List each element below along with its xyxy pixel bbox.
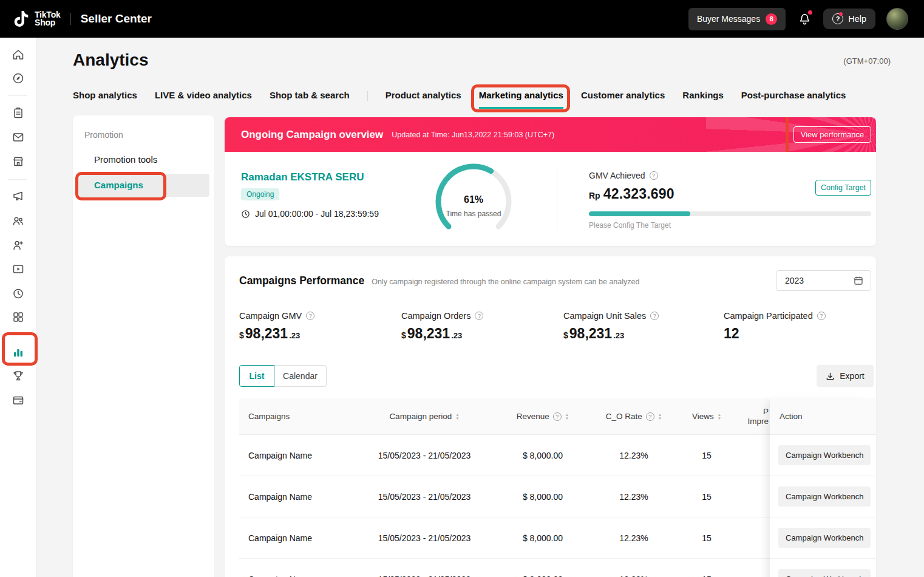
sort-icon[interactable]: ▲▼ (455, 413, 459, 420)
campaign-name[interactable]: Ramadan EKSTRA SERU (241, 171, 364, 183)
clipboard-icon (12, 106, 25, 120)
tab-customer-analytics[interactable]: Customer analytics (581, 90, 665, 109)
cell-views: 15 (676, 575, 737, 577)
sidebar-item-customers[interactable] (12, 239, 25, 252)
vertical-divider (557, 170, 557, 229)
header-action: Action (770, 398, 876, 435)
sidebar-item-marketing[interactable] (12, 189, 25, 203)
icon-sidebar (0, 38, 36, 577)
metric-campaign-gmv: Campaign GMV? $98,231.23 (239, 311, 314, 342)
metric-label: Campaign Unit Sales (563, 311, 646, 321)
sidebar-item-orders[interactable] (12, 106, 25, 120)
metric-campaign-participated: Campaign Participated? 12 (724, 311, 826, 342)
tab-shop-analytics[interactable]: Shop analytics (73, 90, 137, 109)
rail-divider (8, 95, 27, 96)
config-target-button[interactable]: Config Target (815, 180, 871, 196)
campaign-workbench-button[interactable]: Campaign Workbench (778, 487, 871, 507)
cell-period: 15/05/2023 - 21/05/2023 (355, 451, 494, 460)
metric-info-icon[interactable]: ? (475, 312, 483, 320)
sidebar-item-rankings[interactable] (12, 369, 25, 383)
sort-icon[interactable]: ▲▼ (565, 413, 569, 420)
cell-revenue: $ 8,000.00 (494, 451, 591, 460)
menu-item-campaigns[interactable]: Campaigns (78, 174, 209, 197)
sidebar-item-history[interactable] (12, 287, 25, 300)
campaign-period: Jul 01,00:00:00 - Jul 18,23:59:59 (241, 209, 379, 219)
view-performance-button[interactable]: View performance (793, 126, 871, 143)
compass-icon (12, 72, 25, 85)
sidebar-item-growth[interactable] (12, 72, 25, 85)
metric-info-icon[interactable]: ? (306, 312, 314, 320)
sidebar-item-messages[interactable] (12, 131, 25, 144)
tiktok-note-icon (13, 11, 29, 27)
gmv-info-icon[interactable]: ? (650, 171, 658, 180)
list-view-button[interactable]: List (239, 365, 274, 387)
metric-info-icon[interactable]: ? (817, 312, 826, 320)
tab-rankings[interactable]: Rankings (682, 90, 724, 109)
clock-small-icon (241, 210, 250, 219)
clock-icon (12, 287, 25, 300)
metric-cents: .23 (451, 331, 462, 340)
calendar-view-button[interactable]: Calendar (274, 365, 327, 387)
help-button[interactable]: ? Help (823, 9, 875, 29)
notifications-bell-icon[interactable] (797, 11, 812, 27)
cell-campaign-name: Campaign Name (239, 492, 355, 502)
header-views[interactable]: Views ▲▼ (676, 412, 737, 421)
co-rate-info-icon[interactable]: ? (646, 412, 654, 421)
export-button[interactable]: Export (817, 365, 874, 387)
tab-product-analytics[interactable]: Product analytics (386, 90, 461, 109)
sidebar-item-live-video[interactable] (12, 262, 25, 276)
tab-live-video-analytics[interactable]: LIVE & video analytics (155, 90, 252, 109)
wallet-icon (12, 394, 25, 407)
brand-text: TikTok Shop (35, 11, 61, 27)
revenue-info-icon[interactable]: ? (553, 412, 562, 421)
sidebar-item-affiliate[interactable] (12, 214, 25, 228)
campaign-period-text: Jul 01,00:00:00 - Jul 18,23:59:59 (255, 209, 379, 219)
promotion-panel-title: Promotion (84, 130, 123, 140)
cell-views: 15 (676, 492, 737, 502)
sidebar-item-apps[interactable] (12, 310, 25, 324)
page-title: Analytics (73, 50, 149, 70)
sidebar-item-products[interactable] (12, 155, 25, 168)
sort-icon[interactable]: ▲▼ (718, 413, 721, 420)
tab-post-purchase-analytics[interactable]: Post-purchase analytics (741, 90, 846, 109)
ongoing-campaign-card: Ongoing Campaign overview Updated at Tim… (225, 117, 876, 246)
metric-value: 98,231 (569, 326, 612, 342)
action-column: Action Campaign Workbench Campaign Workb… (770, 398, 876, 577)
buyer-messages-button[interactable]: Buyer Messages 8 (688, 8, 786, 30)
gauge-caption: Time has passed (425, 210, 522, 218)
campaign-workbench-button[interactable]: Campaign Workbench (778, 528, 871, 548)
gmv-achieved-label: GMV Achieved (589, 171, 645, 180)
menu-item-promotion-tools[interactable]: Promotion tools (73, 148, 214, 171)
cell-co-rate: 12.23% (591, 533, 676, 543)
sidebar-item-finance[interactable] (12, 394, 25, 407)
sort-icon[interactable]: ▲▼ (658, 413, 662, 420)
tab-marketing-analytics[interactable]: Marketing analytics (479, 90, 563, 109)
sidebar-item-home[interactable] (12, 48, 25, 61)
view-mode-toggle: List Calendar (239, 365, 327, 387)
header-label: Views (692, 412, 714, 421)
year-filter-select[interactable]: 2023 (776, 270, 871, 291)
header-co-rate[interactable]: C_O Rate ? ▲▼ (591, 412, 676, 421)
campaign-workbench-button[interactable]: Campaign Workbench (778, 445, 871, 465)
action-row: Campaign Workbench (770, 476, 876, 517)
metric-info-icon[interactable]: ? (650, 312, 659, 320)
metric-label: Campaign Participated (724, 311, 813, 321)
cell-co-rate: 12.23% (591, 575, 676, 577)
header-campaign-period[interactable]: Campaign period ▲▼ (355, 412, 494, 421)
header-revenue[interactable]: Revenue ? ▲▼ (494, 412, 591, 421)
tiktok-shop-logo[interactable]: TikTok Shop (13, 11, 61, 27)
messages-count-badge: 8 (766, 13, 777, 25)
cell-period: 15/05/2023 - 21/05/2023 (355, 492, 494, 502)
user-avatar[interactable] (886, 8, 908, 30)
campaigns-table: Campaigns Campaign period ▲▼ Revenue ? ▲… (239, 398, 876, 577)
sidebar-item-analytics[interactable] (12, 346, 25, 359)
gmv-achieved-label-row: GMV Achieved ? (589, 171, 658, 180)
campaign-workbench-button[interactable]: Campaign Workbench (778, 569, 871, 577)
banner-updated-time: Updated at Time: Jun13,2022 21:59:03 (UT… (392, 131, 554, 139)
cell-views: 15 (676, 533, 737, 543)
gmv-amount: 42.323.690 (603, 186, 674, 202)
mail-icon (12, 131, 25, 144)
home-icon (12, 48, 25, 61)
tab-shop-tab-search[interactable]: Shop tab & search (270, 90, 350, 109)
metric-value: 98,231 (407, 326, 450, 342)
